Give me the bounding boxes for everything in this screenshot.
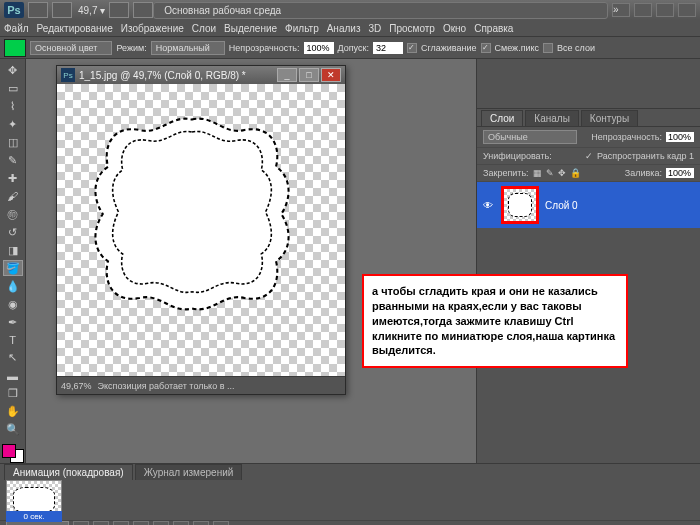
eyedropper-tool[interactable]: ✎ — [3, 153, 23, 169]
zoom-tool-icon[interactable] — [133, 2, 153, 18]
pen-tool[interactable]: ✒ — [3, 314, 23, 330]
layer-blend-dropdown[interactable]: Обычные — [483, 130, 577, 144]
menu-layers[interactable]: Слои — [192, 23, 216, 34]
move-tool[interactable]: ✥ — [3, 63, 23, 79]
arrange-icon[interactable] — [52, 2, 72, 18]
close-button[interactable] — [678, 3, 696, 17]
layer-visibility-icon[interactable]: 👁 — [481, 198, 495, 212]
layer-thumbnail[interactable] — [501, 186, 539, 224]
document-title: 1_15.jpg @ 49,7% (Слой 0, RGB/8) * — [79, 70, 246, 81]
foreground-swatch[interactable] — [4, 39, 26, 57]
tab-layers[interactable]: Слои — [481, 110, 523, 126]
history-brush-tool[interactable]: ↺ — [3, 224, 23, 240]
canvas[interactable] — [57, 84, 345, 376]
contiguous-label: Смеж.пикс — [495, 43, 540, 53]
tab-animation[interactable]: Анимация (покадровая) — [4, 464, 133, 480]
menu-filter[interactable]: Фильтр — [285, 23, 319, 34]
collapsed-panel-group[interactable] — [477, 59, 700, 109]
opacity-input[interactable]: 100% — [304, 42, 334, 54]
menu-window[interactable]: Окно — [443, 23, 466, 34]
expand-icon[interactable]: » — [612, 3, 630, 17]
antialias-checkbox[interactable]: ✓ — [407, 43, 417, 53]
tab-channels[interactable]: Каналы — [525, 110, 579, 126]
last-frame-button[interactable]: ⏭ — [153, 521, 169, 525]
tutorial-annotation: а чтобы сгладить края и они не казались … — [362, 274, 628, 368]
path-tool[interactable]: ↖ — [3, 350, 23, 366]
menu-file[interactable]: Файл — [4, 23, 29, 34]
color-swatches[interactable] — [2, 444, 24, 463]
play-button[interactable]: ▶ — [113, 521, 129, 525]
tab-measurements[interactable]: Журнал измерений — [135, 464, 243, 480]
lock-all-icon[interactable]: 🔒 — [570, 168, 581, 178]
propagate-checkbox[interactable]: ✓ — [585, 151, 593, 161]
menu-image[interactable]: Изображение — [121, 23, 184, 34]
blend-mode-dropdown[interactable]: Нормальный — [151, 41, 225, 55]
contiguous-checkbox[interactable]: ✓ — [481, 43, 491, 53]
bucket-tool[interactable]: 🪣 — [3, 260, 23, 276]
menu-view[interactable]: Просмотр — [389, 23, 435, 34]
workspace-switcher[interactable]: Основная рабочая среда — [153, 2, 608, 19]
document-statusbar: 49,67% Экспозиция работает только в ... — [57, 376, 345, 394]
alllayers-checkbox[interactable] — [543, 43, 553, 53]
options-bar: Основной цвет Режим: Нормальный Непрозра… — [0, 37, 700, 59]
frame-duration[interactable]: 0 сек. — [6, 511, 62, 522]
menu-edit[interactable]: Редактирование — [37, 23, 113, 34]
lasso-tool[interactable]: ⌇ — [3, 99, 23, 115]
menu-help[interactable]: Справка — [474, 23, 513, 34]
healing-tool[interactable]: ✚ — [3, 171, 23, 187]
layers-panel-tabs: Слои Каналы Контуры — [477, 109, 700, 127]
menu-analysis[interactable]: Анализ — [327, 23, 361, 34]
delete-frame-button[interactable]: 🗑 — [213, 521, 229, 525]
doc-maximize-button[interactable]: □ — [299, 68, 319, 82]
menu-3d[interactable]: 3D — [368, 23, 381, 34]
document-titlebar[interactable]: Ps 1_15.jpg @ 49,7% (Слой 0, RGB/8) * _ … — [57, 66, 345, 84]
app-titlebar: Ps 49,7 ▾ Основная рабочая среда » — [0, 0, 700, 20]
minimize-button[interactable] — [634, 3, 652, 17]
screen-mode-icon[interactable] — [28, 2, 48, 18]
tolerance-input[interactable]: 32 — [373, 42, 403, 54]
menu-bar: Файл Редактирование Изображение Слои Выд… — [0, 20, 700, 37]
3d-tool[interactable]: ❒ — [3, 386, 23, 402]
document-icon: Ps — [61, 68, 75, 82]
right-panels: Слои Каналы Контуры Обычные Непрозрачнос… — [476, 59, 700, 463]
marquee-tool[interactable]: ▭ — [3, 81, 23, 97]
document-window: Ps 1_15.jpg @ 49,7% (Слой 0, RGB/8) * _ … — [56, 65, 346, 395]
new-frame-button[interactable]: ▫ — [193, 521, 209, 525]
menu-select[interactable]: Выделение — [224, 23, 277, 34]
fill-source-dropdown[interactable]: Основной цвет — [30, 41, 112, 55]
first-frame-button[interactable]: ⏮ — [73, 521, 89, 525]
tween-button[interactable]: ⟳ — [173, 521, 189, 525]
fill-label: Заливка: — [625, 168, 662, 178]
lock-brush-icon[interactable]: ✎ — [546, 168, 554, 178]
hand-tool[interactable]: ✋ — [3, 404, 23, 420]
layer-row[interactable]: 👁 Слой 0 — [477, 182, 700, 228]
crop-tool[interactable]: ◫ — [3, 135, 23, 151]
doc-minimize-button[interactable]: _ — [277, 68, 297, 82]
layer-opacity-label: Непрозрачность: — [591, 132, 662, 142]
fill-input[interactable]: 100% — [666, 168, 694, 178]
zoom-tool[interactable]: 🔍 — [3, 422, 23, 438]
brush-tool[interactable]: 🖌 — [3, 188, 23, 204]
eraser-tool[interactable]: ◨ — [3, 242, 23, 258]
toolbox: ✥ ▭ ⌇ ✦ ◫ ✎ ✚ 🖌 ㊞ ↺ ◨ 🪣 💧 ◉ ✒ T ↖ ▬ ❒ ✋ … — [0, 59, 26, 463]
maximize-button[interactable] — [656, 3, 674, 17]
alllayers-label: Все слои — [557, 43, 595, 53]
wand-tool[interactable]: ✦ — [3, 117, 23, 133]
doc-close-button[interactable]: ✕ — [321, 68, 341, 82]
next-frame-button[interactable]: ▶ — [133, 521, 149, 525]
layer-name[interactable]: Слой 0 — [545, 200, 578, 211]
blur-tool[interactable]: 💧 — [3, 278, 23, 294]
lock-position-icon[interactable]: ✥ — [558, 168, 566, 178]
shape-tool[interactable]: ▬ — [3, 368, 23, 384]
app-logo: Ps — [4, 2, 24, 18]
dodge-tool[interactable]: ◉ — [3, 296, 23, 312]
tab-paths[interactable]: Контуры — [581, 110, 638, 126]
tolerance-label: Допуск: — [338, 43, 369, 53]
type-tool[interactable]: T — [3, 332, 23, 348]
status-zoom[interactable]: 49,67% — [61, 381, 92, 391]
prev-frame-button[interactable]: ◀ — [93, 521, 109, 525]
lock-pixels-icon[interactable]: ▦ — [533, 168, 542, 178]
hand-tool-icon[interactable] — [109, 2, 129, 18]
stamp-tool[interactable]: ㊞ — [3, 206, 23, 222]
layer-opacity-input[interactable]: 100% — [666, 132, 694, 142]
